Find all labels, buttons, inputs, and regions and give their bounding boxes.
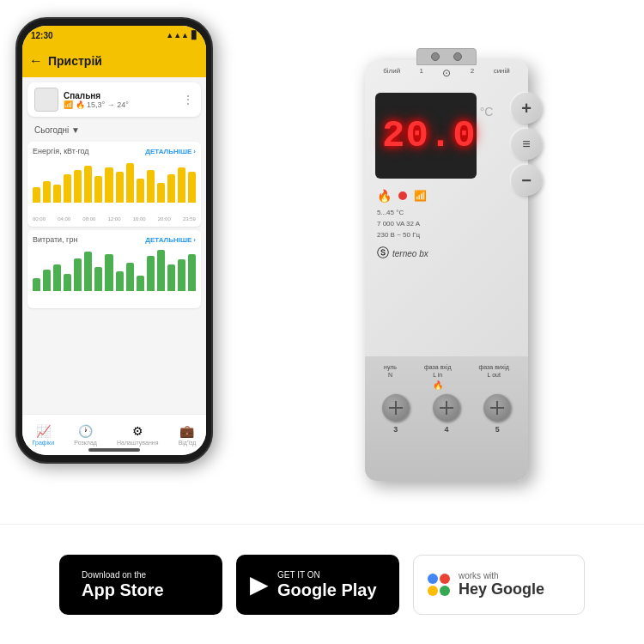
bar-9 — [116, 172, 124, 203]
phone-home-indicator — [88, 448, 140, 452]
google-play-small-text: GET IT ON — [277, 570, 377, 580]
terminal-labels-row: нульN фаза вхідL in 🔥 фаза вихідL out — [370, 363, 523, 391]
terminal-numbers-row: 3 4 5 — [370, 425, 523, 434]
gbar-2 — [43, 270, 51, 292]
main-content: 12:30 ▲▲▲ ▊ ← Пристрій Спальня — [0, 0, 644, 524]
hey-google-badge[interactable]: works with Hey Google — [413, 555, 585, 615]
today-row[interactable]: Сьогодні ▼ — [22, 122, 206, 138]
wifi-status-icon: 📶 🔥 — [64, 100, 85, 109]
app-store-badge[interactable]: Download on the App Store — [59, 555, 222, 615]
charts-label: Графіки — [33, 440, 54, 446]
terminal-screws-row — [370, 394, 523, 422]
bar-15 — [178, 167, 185, 203]
google-play-text: GET IT ON Google Play — [277, 570, 377, 599]
today-label: Сьогодні ▼ — [34, 125, 80, 135]
bar-13 — [157, 183, 165, 203]
app-store-big-text: App Store — [82, 580, 164, 599]
bar-6 — [84, 166, 92, 203]
hey-google-title: Hey Google — [459, 580, 544, 598]
terminal-null-label: нульN — [384, 363, 397, 391]
energy-chart-link[interactable]: ДЕТАЛЬНІШЕ › — [145, 148, 196, 155]
signal-icon: ▲▲▲ — [166, 31, 189, 39]
device-icon — [34, 88, 58, 112]
brand-row: ⓢ terneo bx — [377, 246, 502, 261]
bar-5 — [74, 170, 82, 203]
terminal-section: нульN фаза вхідL in 🔥 фаза вихідL out — [365, 356, 528, 481]
energy-chart-title: Енергія, кВт·год — [33, 147, 89, 155]
nav-schedule[interactable]: 🕐 Розклад — [74, 424, 97, 446]
bar-16 — [188, 172, 196, 203]
expense-chart-link[interactable]: ДЕТАЛЬНІШЕ › — [145, 236, 196, 244]
gbar-7 — [94, 267, 102, 291]
temp-target: 24° — [117, 100, 129, 109]
expense-chart-header: Витрати, грн ДЕТАЛЬНІШЕ › — [33, 235, 196, 244]
screw-4 — [433, 394, 460, 422]
bar-10 — [126, 163, 134, 203]
device-card[interactable]: Спальня 📶 🔥 15,3° → 24° ⋮ — [27, 82, 201, 117]
heat-flame-icon: 🔥 — [377, 189, 392, 203]
energy-xaxis: 00:00 04:00 08:00 12:00 16:00 20:00 23:5… — [33, 216, 196, 222]
connector-hole-right — [453, 52, 462, 61]
bar-1 — [33, 187, 40, 203]
plus-button[interactable]: + — [511, 93, 542, 124]
google-play-badge[interactable]: ▶ GET IT ON Google Play — [236, 555, 399, 615]
bar-12 — [147, 170, 155, 203]
battery-icon: ▊ — [191, 31, 197, 39]
device-status: 📶 🔥 15,3° → 24° — [64, 100, 177, 109]
app-store-text: Download on the App Store — [82, 570, 164, 599]
expense-bar-chart — [33, 247, 196, 303]
nav-away[interactable]: 💼 Від'їзд — [179, 424, 197, 446]
gdot-yellow — [428, 586, 438, 596]
sensor-num1: 1 — [420, 67, 423, 79]
download-section: Download on the App Store ▶ GET IT ON Go… — [0, 524, 644, 644]
terminal-num-3: 3 — [393, 425, 398, 434]
gbar-15 — [178, 259, 185, 291]
screw-5 — [483, 394, 511, 422]
google-play-icon: ▶ — [250, 570, 269, 598]
settings-label: Налаштування — [117, 440, 158, 446]
device-body: білий 1 ⊙ 2 синій 20.0 °C + ≡ − — [365, 60, 528, 481]
temperature-display: 20.0 — [382, 114, 477, 157]
terminal-l-out-label: фаза вихідL out — [479, 363, 509, 391]
google-play-big-text: Google Play — [277, 580, 377, 599]
google-colored-dots — [428, 574, 452, 596]
phone-mockup: 12:30 ▲▲▲ ▊ ← Пристрій Спальня — [15, 17, 213, 464]
gbar-14 — [167, 264, 175, 291]
device-more-icon[interactable]: ⋮ — [182, 93, 194, 106]
bar-8 — [105, 167, 112, 203]
device-specs-block: 5...45 °C 7 000 VA 32 A 230 В ~ 50 Гц — [377, 208, 502, 240]
terminal-num-4: 4 — [444, 425, 448, 434]
expense-chart-section: Витрати, грн ДЕТАЛЬНІШЕ › — [27, 230, 201, 308]
bar-4 — [64, 174, 71, 203]
phone-screen: 12:30 ▲▲▲ ▊ ← Пристрій Спальня — [22, 26, 206, 455]
gbar-1 — [33, 278, 40, 291]
terneo-device-container: білий 1 ⊙ 2 синій 20.0 °C + ≡ − — [301, 17, 601, 498]
energy-bar-chart — [33, 159, 196, 215]
status-bar: 12:30 ▲▲▲ ▊ — [22, 26, 206, 45]
back-button[interactable]: ← — [29, 53, 43, 69]
bar-3 — [53, 185, 61, 203]
spec-power: 7 000 VA 32 A — [377, 219, 502, 230]
blue-wire-label: синій — [494, 67, 510, 79]
nav-settings[interactable]: ⚙ Налаштування — [117, 424, 158, 446]
phone-shell: 12:30 ▲▲▲ ▊ ← Пристрій Спальня — [15, 17, 213, 464]
gbar-4 — [64, 274, 71, 291]
gbar-13 — [157, 250, 165, 291]
nav-charts[interactable]: 📈 Графіки — [33, 424, 54, 446]
device-info: Спальня 📶 🔥 15,3° → 24° — [64, 91, 177, 109]
gbar-10 — [126, 263, 134, 291]
temp-current: 15,3° — [87, 100, 105, 109]
temp-arrow: → — [107, 100, 115, 109]
header-title: Пристрій — [48, 54, 102, 68]
din-rail-clip — [416, 48, 477, 65]
expense-chart-title: Витрати, грн — [33, 235, 77, 244]
device-name: Спальня — [64, 91, 177, 100]
works-with-label: works with — [459, 571, 544, 580]
minus-button[interactable]: − — [511, 165, 542, 196]
energy-chart-header: Енергія, кВт·год ДЕТАЛЬНІШЕ › — [33, 147, 196, 155]
gdot-blue — [428, 574, 438, 584]
menu-button[interactable]: ≡ — [511, 129, 542, 160]
sensor-diagram-icon: ⊙ — [442, 67, 451, 79]
app-header: ← Пристрій — [22, 45, 206, 77]
bar-2 — [43, 181, 51, 204]
